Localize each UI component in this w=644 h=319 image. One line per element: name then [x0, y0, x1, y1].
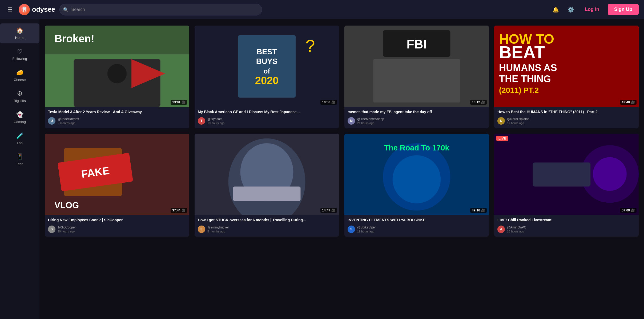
channel-name-6[interactable]: @emmyhucker — [207, 226, 229, 229]
video-time-6: 5 months ago — [207, 230, 229, 233]
video-info-4: How to Beat the HUMANS in "THE THING" (2… — [494, 107, 639, 129]
layout: 🏠 Home ♡ Following 🧀 Cheese ☮ Big Hits 👻… — [0, 19, 644, 243]
video-card-2[interactable]: BEST BUYS of 2020 ? 10:50 🎥 My Black Ame… — [195, 26, 339, 128]
video-time-7: 19 hours ago — [357, 230, 376, 233]
notification-button[interactable]: 🔔 — [550, 4, 561, 15]
video-time-8: 13 hours ago — [507, 230, 526, 233]
thumbnail-7: The Road To 170k 49:16 🎥 — [344, 134, 489, 215]
video-camera-icon: 🎥 — [631, 208, 635, 212]
channel-meta-4: @NerdExplains 17 hours ago — [507, 117, 529, 125]
channel-avatar-6: E — [198, 226, 205, 233]
sidebar-label-big-hits: Big Hits — [14, 99, 26, 103]
channel-row-5: S @SicCooper 19 hours ago — [48, 226, 186, 233]
duration-badge-5: 37:44 🎥 — [171, 208, 187, 213]
channel-row-7: S @SpikeViper 19 hours ago — [348, 226, 486, 233]
cheese-icon: 🧀 — [16, 69, 23, 76]
channel-row-3: M @TheMemeSheep 21 hours ago — [348, 117, 486, 125]
sidebar-item-big-hits[interactable]: ☮ Big Hits — [0, 87, 39, 107]
svg-text:?: ? — [305, 36, 315, 56]
lab-icon: 🧪 — [16, 132, 23, 139]
settings-icon: ⚙️ — [567, 6, 574, 13]
duration-badge-3: 10:12 🎥 — [470, 100, 487, 105]
header-actions: 🔔 ⚙️ Log In Sign Up — [550, 4, 639, 15]
channel-avatar-1: U — [48, 117, 55, 125]
channel-avatar-8: A — [497, 226, 505, 233]
settings-button[interactable]: ⚙️ — [565, 4, 576, 15]
menu-button[interactable]: ☰ — [5, 4, 14, 15]
sidebar-item-gaming[interactable]: 👻 Gaming — [0, 108, 39, 128]
duration-badge-8: 57:09 🎥 — [620, 208, 637, 213]
video-camera-icon: 🎥 — [182, 100, 186, 104]
thumbnail-5: FAKE VLOG 37:44 🎥 — [45, 134, 189, 215]
search-bar: 🔍 — [59, 4, 262, 15]
svg-text:BEST: BEST — [256, 47, 277, 56]
sidebar-label-cheese: Cheese — [14, 78, 26, 82]
svg-text:of: of — [264, 67, 270, 75]
logo-icon: 🦷 — [19, 4, 30, 15]
svg-point-38 — [393, 156, 441, 204]
svg-rect-42 — [533, 163, 591, 187]
sidebar-item-following[interactable]: ♡ Following — [0, 44, 39, 64]
video-time-2: 19 hours ago — [207, 121, 224, 125]
channel-meta-6: @emmyhucker 5 months ago — [207, 226, 229, 233]
sidebar-label-home: Home — [15, 36, 25, 40]
video-card-8[interactable]: LIVE 57:09 🎥 LIVE! Chill Ranked Livestre… — [494, 134, 639, 236]
svg-rect-34 — [233, 187, 301, 201]
channel-name-8[interactable]: @AminOnPC — [507, 226, 526, 229]
signup-button[interactable]: Sign Up — [608, 4, 639, 15]
video-title-3: memes that made my FBI agent take the da… — [348, 109, 486, 115]
svg-text:THE THING: THE THING — [499, 73, 551, 84]
video-card-3[interactable]: FBI 10:12 🎥 memes that made my FBI agent… — [344, 26, 489, 128]
svg-rect-9 — [238, 35, 296, 98]
sidebar-item-lab[interactable]: 🧪 Lab — [0, 129, 39, 149]
video-card-1[interactable]: Broken! 13:01 🎥 Tesla Model 3 After 2 Ye… — [45, 26, 189, 128]
video-card-4[interactable]: HOW TO BEAT HUMANS AS THE THING (2011) P… — [494, 26, 639, 128]
logo[interactable]: 🦷 odysee — [19, 4, 55, 15]
duration-badge-7: 49:16 🎥 — [470, 208, 487, 213]
sidebar-item-home[interactable]: 🏠 Home — [0, 23, 39, 43]
duration-badge-1: 13:01 🎥 — [171, 100, 187, 105]
thumbnail-4: HOW TO BEAT HUMANS AS THE THING (2011) P… — [494, 26, 639, 107]
logo-text: odysee — [32, 5, 55, 14]
sidebar-label-tech: Tech — [16, 162, 23, 166]
channel-meta-8: @AminOnPC 13 hours ago — [507, 226, 526, 233]
login-button[interactable]: Log In — [581, 5, 603, 14]
video-title-7: INVENTING ELEMENTS WITH YA BOI SPIKE — [348, 218, 486, 223]
svg-text:VLOG: VLOG — [54, 201, 79, 210]
duration-badge-6: 14:47 🎥 — [320, 208, 337, 213]
channel-name-3[interactable]: @TheMemeSheep — [357, 117, 384, 121]
thumbnail-8: LIVE 57:09 🎥 — [494, 134, 639, 215]
sidebar-label-following: Following — [13, 57, 27, 61]
video-card-6[interactable]: 14:47 🎥 How I got STUCK overseas for 6 m… — [195, 134, 339, 236]
svg-text:🦷: 🦷 — [22, 7, 27, 12]
video-time-4: 17 hours ago — [507, 121, 529, 125]
video-info-7: INVENTING ELEMENTS WITH YA BOI SPIKE S @… — [344, 215, 489, 237]
video-card-5[interactable]: FAKE VLOG 37:44 🎥 Hiring New Employees S… — [45, 134, 189, 236]
video-camera-icon: 🎥 — [631, 100, 635, 104]
duration-badge-2: 10:50 🎥 — [320, 100, 337, 105]
video-camera-icon: 🎥 — [481, 208, 485, 212]
sidebar-item-tech[interactable]: 📱 Tech — [0, 150, 39, 170]
channel-row-4: N @NerdExplains 17 hours ago — [497, 117, 635, 125]
video-info-1: Tesla Model 3 After 2 Years Review - And… — [45, 107, 189, 129]
channel-meta-1: @undecidedmf 2 months ago — [58, 117, 79, 125]
channel-name-5[interactable]: @SicCooper — [58, 226, 76, 229]
channel-name-7[interactable]: @SpikeViper — [357, 226, 376, 229]
thumbnail-2: BEST BUYS of 2020 ? 10:50 🎥 — [195, 26, 339, 107]
channel-name-1[interactable]: @undecidedmf — [58, 117, 79, 121]
svg-point-5 — [107, 64, 127, 83]
sidebar-item-cheese[interactable]: 🧀 Cheese — [0, 66, 39, 85]
video-camera-icon: 🎥 — [331, 208, 335, 212]
thumbnail-6: 14:47 🎥 — [195, 134, 339, 215]
channel-row-2: T @tkyosam 19 hours ago — [198, 117, 336, 125]
channel-name-2[interactable]: @tkyosam — [207, 117, 224, 121]
video-title-6: How I got STUCK overseas for 6 months | … — [198, 218, 336, 223]
video-time-5: 19 hours ago — [58, 230, 76, 233]
channel-meta-2: @tkyosam 19 hours ago — [207, 117, 224, 125]
svg-text:(2011) PT.2: (2011) PT.2 — [499, 86, 539, 95]
channel-name-4[interactable]: @NerdExplains — [507, 117, 529, 121]
search-input[interactable] — [59, 4, 262, 15]
video-card-7[interactable]: The Road To 170k 49:16 🎥 INVENTING ELEME… — [344, 134, 489, 236]
main-content: Broken! 13:01 🎥 Tesla Model 3 After 2 Ye… — [39, 19, 644, 243]
channel-avatar-3: M — [348, 117, 355, 125]
